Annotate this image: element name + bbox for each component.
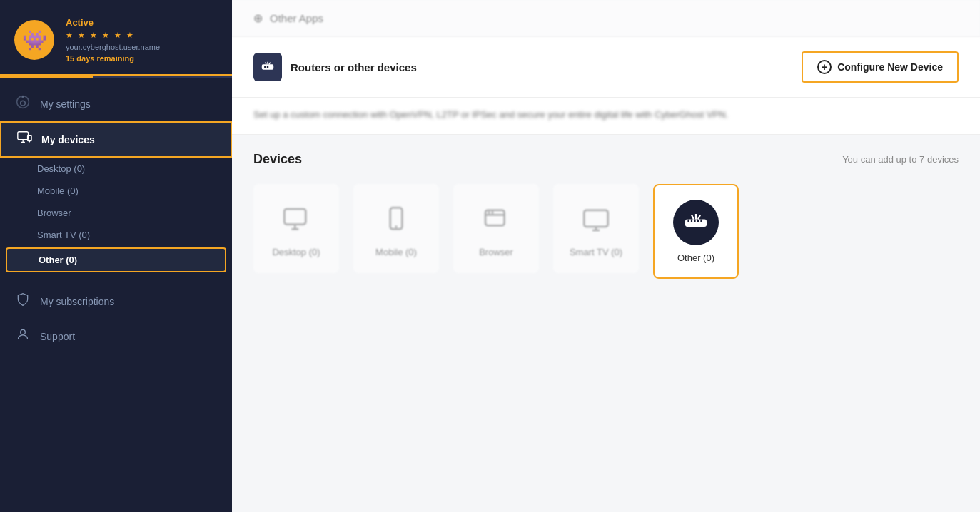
logo-icon: 👾 xyxy=(22,29,47,52)
logo: 👾 xyxy=(14,20,54,60)
sidebar-item-label-support: Support xyxy=(40,331,75,342)
configure-btn-label: Configure New Device xyxy=(837,61,943,73)
sub-nav-label-mobile: Mobile (0) xyxy=(37,185,79,196)
sidebar-item-mobile[interactable]: Mobile (0) xyxy=(0,180,232,202)
device-card-desktop[interactable]: Desktop (0) xyxy=(253,184,339,273)
sidebar-item-my-settings[interactable]: My settings xyxy=(0,86,232,121)
svg-rect-12 xyxy=(284,209,305,225)
user-info: Active ★ ★ ★ ★ ★ ★ your.cyberghost.user.… xyxy=(66,17,160,63)
other-apps-plus-icon: ⊕ xyxy=(253,11,263,25)
support-icon xyxy=(14,327,31,345)
desktop-device-icon xyxy=(276,200,316,240)
other-device-icon xyxy=(673,200,719,245)
svg-point-8 xyxy=(267,66,269,68)
sub-nav-label-desktop: Desktop (0) xyxy=(37,163,85,174)
mobile-device-icon xyxy=(376,200,416,240)
devices-section-title: Devices xyxy=(253,152,302,167)
user-status: Active xyxy=(66,17,160,28)
settings-icon xyxy=(14,95,31,113)
main-content: ⊕ Other Apps Routers or other devices + … xyxy=(232,0,980,512)
sidebar-item-support[interactable]: Support xyxy=(0,319,232,354)
sidebar-progress-fill xyxy=(0,76,93,78)
other-apps-label: Other Apps xyxy=(270,12,323,24)
device-card-mobile[interactable]: Mobile (0) xyxy=(353,184,439,273)
user-name: your.cyberghost.user.name xyxy=(66,43,160,51)
sidebar-progress-bar xyxy=(0,76,232,78)
routers-left: Routers or other devices xyxy=(253,53,417,81)
description-text: Set up a custom connection with OpenVPN,… xyxy=(253,109,959,120)
configure-new-device-button[interactable]: + Configure New Device xyxy=(802,51,959,83)
sidebar-item-subscriptions[interactable]: My subscriptions xyxy=(0,284,232,319)
user-trial: 15 days remaining xyxy=(66,54,160,63)
device-card-mobile-label: Mobile (0) xyxy=(375,247,417,257)
subscriptions-icon xyxy=(14,292,31,310)
sidebar-item-label-settings: My settings xyxy=(40,98,91,110)
sidebar-item-other[interactable]: Other (0) xyxy=(6,247,226,272)
sidebar-item-label-subscriptions: My subscriptions xyxy=(40,296,114,307)
device-card-smart-tv[interactable]: Smart TV (0) xyxy=(553,184,639,273)
svg-point-5 xyxy=(21,329,26,334)
svg-point-16 xyxy=(395,225,397,227)
svg-line-10 xyxy=(265,63,266,65)
device-card-desktop-label: Desktop (0) xyxy=(272,247,320,257)
device-card-smart-tv-label: Smart TV (0) xyxy=(570,247,622,257)
svg-rect-0 xyxy=(18,132,29,140)
description-area: Set up a custom connection with OpenVPN,… xyxy=(232,98,980,135)
devices-header: Devices You can add up to 7 devices xyxy=(253,152,959,167)
sidebar: 👾 Active ★ ★ ★ ★ ★ ★ your.cyberghost.use… xyxy=(0,0,232,512)
sidebar-item-my-devices[interactable]: My devices xyxy=(0,121,232,158)
routers-section-title: Routers or other devices xyxy=(291,61,417,73)
sub-nav: Desktop (0) Mobile (0) Browser Smart TV … xyxy=(0,158,232,272)
svg-rect-21 xyxy=(584,210,607,227)
sidebar-item-browser[interactable]: Browser xyxy=(0,202,232,224)
sidebar-item-smart-tv[interactable]: Smart TV (0) xyxy=(0,224,232,246)
device-card-other-label: Other (0) xyxy=(677,252,714,263)
sub-nav-label-browser: Browser xyxy=(37,208,71,218)
svg-point-20 xyxy=(491,211,493,213)
sidebar-nav: My settings My devices Desktop (0) Mobil… xyxy=(0,78,232,512)
routers-header: Routers or other devices + Configure New… xyxy=(232,37,980,98)
devices-icon xyxy=(16,131,33,148)
sidebar-item-label-devices: My devices xyxy=(41,134,95,145)
sub-nav-label-other: Other (0) xyxy=(39,255,77,265)
svg-point-7 xyxy=(264,66,266,68)
router-step-badge xyxy=(253,53,282,81)
sidebar-item-desktop[interactable]: Desktop (0) xyxy=(0,158,232,180)
devices-limit-text: You can add up to 7 devices xyxy=(842,154,959,165)
device-card-other[interactable]: Other (0) xyxy=(653,184,739,279)
devices-grid: Desktop (0) Mobile (0) Browser xyxy=(253,184,959,279)
other-apps-bar[interactable]: ⊕ Other Apps xyxy=(232,0,980,37)
smart-tv-device-icon xyxy=(576,200,616,240)
device-card-browser[interactable]: Browser xyxy=(453,184,539,273)
user-stars: ★ ★ ★ ★ ★ ★ xyxy=(66,31,160,40)
svg-line-31 xyxy=(692,215,694,220)
sub-nav-label-smart-tv: Smart TV (0) xyxy=(37,230,90,240)
device-card-browser-label: Browser xyxy=(479,247,513,257)
devices-section: Devices You can add up to 7 devices Desk… xyxy=(232,135,980,296)
sidebar-header: 👾 Active ★ ★ ★ ★ ★ ★ your.cyberghost.use… xyxy=(0,0,232,76)
svg-line-11 xyxy=(269,63,271,65)
svg-point-19 xyxy=(488,211,490,213)
configure-plus-icon: + xyxy=(817,60,832,74)
browser-device-icon xyxy=(476,200,516,240)
svg-line-32 xyxy=(698,215,700,220)
